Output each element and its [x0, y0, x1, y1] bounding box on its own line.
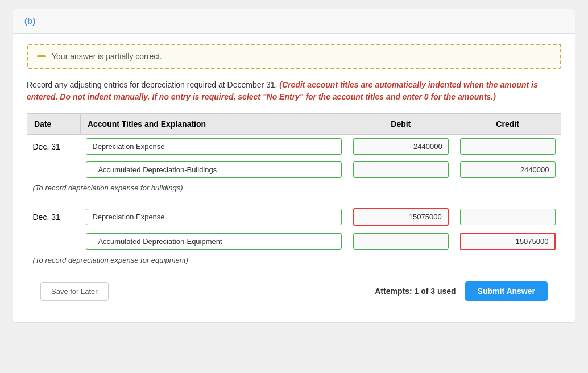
table-row: Dec. 31 [27, 205, 561, 229]
attempts-text: Attempts: 1 of 3 used [375, 287, 456, 296]
debit-cell-0-0[interactable] [347, 135, 454, 159]
save-later-button[interactable]: Save for Later [40, 282, 109, 301]
header-account: Account Titles and Explanation [80, 114, 347, 135]
debit-input-1-0[interactable] [353, 208, 449, 226]
header-debit: Debit [347, 114, 454, 135]
account-input-0-1[interactable] [86, 161, 342, 178]
section-header: (b) [13, 9, 575, 34]
submit-answer-button[interactable]: Submit Answer [465, 281, 548, 301]
account-cell-1-0[interactable] [80, 205, 347, 229]
note-text-0: (To record depreciation expense for buil… [27, 181, 561, 198]
account-cell-0-1[interactable] [80, 158, 347, 181]
credit-cell-0-1[interactable] [454, 158, 561, 181]
table-row [27, 229, 561, 254]
note-text-1: (To record depreciation expense for equi… [27, 254, 561, 270]
date-cell-1 [27, 229, 81, 254]
date-cell-0 [27, 158, 81, 181]
table-row: Dec. 31 [27, 135, 561, 159]
credit-input-0-0[interactable] [460, 138, 556, 155]
table-row [27, 158, 561, 181]
debit-cell-0-1[interactable] [347, 158, 454, 181]
credit-input-0-1[interactable] [460, 161, 556, 178]
spacer-0 [27, 198, 561, 205]
footer-right: Attempts: 1 of 3 used Submit Answer [375, 281, 548, 301]
header-date: Date [27, 114, 81, 135]
debit-cell-1-1[interactable] [347, 229, 454, 254]
section-label: (b) [24, 16, 35, 26]
debit-input-1-1[interactable] [353, 233, 449, 250]
footer: Save for Later Attempts: 1 of 3 used Sub… [27, 276, 561, 301]
instruction-normal: Record any adjusting entries for depreci… [27, 80, 277, 89]
account-cell-1-1[interactable] [80, 229, 347, 254]
account-input-0-0[interactable] [86, 138, 342, 155]
header-credit: Credit [454, 114, 561, 135]
credit-cell-1-1[interactable] [454, 229, 561, 254]
account-input-1-0[interactable] [86, 209, 342, 225]
credit-input-1-0[interactable] [460, 209, 556, 225]
account-input-1-1[interactable] [86, 233, 342, 250]
debit-input-0-1[interactable] [353, 161, 449, 178]
alert-box: Your answer is partially correct. [27, 44, 561, 69]
alert-icon [37, 55, 46, 57]
date-cell-1: Dec. 31 [27, 205, 81, 229]
main-card: (b) Your answer is partially correct. Re… [13, 9, 575, 323]
debit-input-0-0[interactable] [353, 138, 449, 155]
credit-cell-0-0[interactable] [454, 135, 561, 159]
debit-cell-1-0[interactable] [347, 205, 454, 229]
account-cell-0-0[interactable] [80, 135, 347, 159]
credit-input-1-1[interactable] [460, 233, 556, 250]
journal-table: Date Account Titles and Explanation Debi… [27, 113, 561, 270]
table-header-row: Date Account Titles and Explanation Debi… [27, 114, 561, 135]
alert-text: Your answer is partially correct. [52, 52, 162, 61]
instruction-text: Record any adjusting entries for depreci… [27, 79, 561, 103]
date-cell-0: Dec. 31 [27, 135, 81, 159]
content-area: Your answer is partially correct. Record… [13, 34, 575, 311]
credit-cell-1-0[interactable] [454, 205, 561, 229]
note-row-1: (To record depreciation expense for equi… [27, 254, 561, 270]
note-row-0: (To record depreciation expense for buil… [27, 181, 561, 198]
